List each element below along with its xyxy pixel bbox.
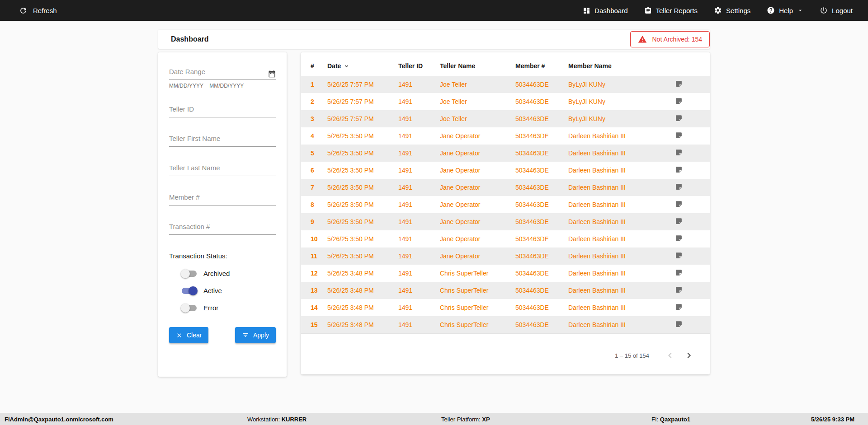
transaction-row[interactable]: 5 5/26/25 3:50 PM 1491 Jane Operator 503… <box>301 145 710 162</box>
nav-settings[interactable]: Settings <box>714 6 750 14</box>
cell-notes <box>673 196 710 213</box>
teller-id-field <box>169 105 276 117</box>
note-icon[interactable] <box>675 114 683 122</box>
cell-member-number: 5034463DE <box>515 179 568 196</box>
cell-member-number: 5034463DE <box>515 230 568 248</box>
cell-date: 5/26/25 3:50 PM <box>327 179 398 196</box>
toggle-active[interactable]: Active <box>182 287 276 294</box>
transaction-row[interactable]: 7 5/26/25 3:50 PM 1491 Jane Operator 503… <box>301 179 710 196</box>
cell-notes <box>673 145 710 162</box>
cell-notes <box>673 162 710 179</box>
sort-descending-icon <box>343 63 350 70</box>
apply-button[interactable]: Apply <box>235 327 276 343</box>
help-icon <box>767 6 775 14</box>
member-number-input[interactable] <box>169 193 276 205</box>
transaction-row[interactable]: 13 5/26/25 3:48 PM 1491 Chris SuperTelle… <box>301 282 710 299</box>
cell-member-number: 5034463DE <box>515 196 568 213</box>
cell-notes <box>673 93 710 110</box>
page-header: Dashboard Not Archived: 154 <box>158 30 710 49</box>
note-icon[interactable] <box>675 183 683 191</box>
date-range-input[interactable] <box>169 68 268 79</box>
teller-id-input[interactable] <box>169 105 276 117</box>
table-body: 1 5/26/25 7:57 PM 1491 Joe Teller 503446… <box>301 76 710 333</box>
previous-page-button[interactable] <box>665 350 675 361</box>
cell-row-number: 6 <box>301 162 327 179</box>
cell-teller-name: Chris SuperTeller <box>440 316 515 333</box>
note-icon[interactable] <box>675 303 683 311</box>
nav-help[interactable]: Help <box>767 6 803 14</box>
cell-date: 5/26/25 3:50 PM <box>327 145 398 162</box>
note-icon[interactable] <box>675 234 683 242</box>
next-page-button[interactable] <box>684 350 694 361</box>
cell-teller-name: Jane Operator <box>440 162 515 179</box>
clipboard-icon <box>644 7 652 14</box>
cell-notes <box>673 213 710 230</box>
note-icon[interactable] <box>675 269 683 276</box>
filter-icon <box>242 332 249 339</box>
cell-member-number: 5034463DE <box>515 299 568 316</box>
toggle-archived[interactable]: Archived <box>182 270 276 277</box>
cell-notes <box>673 179 710 196</box>
toggle-error-thumb <box>181 304 190 313</box>
not-archived-alert[interactable]: Not Archived: 154 <box>630 31 710 47</box>
refresh-button[interactable]: Refresh <box>19 6 57 15</box>
cell-row-number: 4 <box>301 127 327 145</box>
transaction-number-input[interactable] <box>169 223 276 234</box>
transaction-row[interactable]: 14 5/26/25 3:48 PM 1491 Chris SuperTelle… <box>301 299 710 316</box>
cell-notes <box>673 299 710 316</box>
note-icon[interactable] <box>675 80 683 88</box>
nav-dashboard[interactable]: Dashboard <box>583 7 627 14</box>
transaction-row[interactable]: 2 5/26/25 7:57 PM 1491 Joe Teller 503446… <box>301 93 710 110</box>
transaction-row[interactable]: 4 5/26/25 3:50 PM 1491 Jane Operator 503… <box>301 127 710 145</box>
nav-logout[interactable]: Logout <box>820 6 853 14</box>
cell-teller-name: Jane Operator <box>440 213 515 230</box>
transaction-row[interactable]: 10 5/26/25 3:50 PM 1491 Jane Operator 50… <box>301 230 710 248</box>
col-header-date-label: Date <box>327 62 341 70</box>
note-icon[interactable] <box>675 166 683 173</box>
transaction-row[interactable]: 3 5/26/25 7:57 PM 1491 Joe Teller 503446… <box>301 110 710 127</box>
teller-last-name-input[interactable] <box>169 164 276 176</box>
col-header-date[interactable]: Date <box>327 57 398 76</box>
cell-notes <box>673 127 710 145</box>
transaction-row[interactable]: 11 5/26/25 3:50 PM 1491 Jane Operator 50… <box>301 248 710 265</box>
cell-teller-name: Jane Operator <box>440 127 515 145</box>
cell-teller-name: Joe Teller <box>440 76 515 93</box>
transaction-row[interactable]: 12 5/26/25 3:48 PM 1491 Chris SuperTelle… <box>301 265 710 282</box>
note-icon[interactable] <box>675 286 683 294</box>
note-icon[interactable] <box>675 217 683 225</box>
transaction-row[interactable]: 15 5/26/25 3:48 PM 1491 Chris SuperTelle… <box>301 316 710 333</box>
note-icon[interactable] <box>675 149 683 156</box>
clear-button[interactable]: Clear <box>169 327 208 343</box>
teller-first-name-input[interactable] <box>169 135 276 146</box>
cell-member-number: 5034463DE <box>515 93 568 110</box>
cell-notes <box>673 76 710 93</box>
col-header-member-number: Member # <box>515 57 568 76</box>
cell-row-number: 9 <box>301 213 327 230</box>
transactions-table: # Date Teller ID Teller Name Member # <box>301 57 710 334</box>
cell-teller-id: 1491 <box>398 179 440 196</box>
note-icon[interactable] <box>675 97 683 105</box>
toggle-active-track <box>182 288 197 294</box>
filter-panel: MM/DD/YYYY – MM/DD/YYYY Transaction Stat… <box>158 52 287 377</box>
note-icon[interactable] <box>675 252 683 259</box>
toggle-archived-label: Archived <box>203 270 230 277</box>
note-icon[interactable] <box>675 131 683 139</box>
cell-row-number: 2 <box>301 93 327 110</box>
transaction-row[interactable]: 6 5/26/25 3:50 PM 1491 Jane Operator 503… <box>301 162 710 179</box>
close-icon <box>176 332 183 339</box>
note-icon[interactable] <box>675 320 683 328</box>
nav-teller-reports[interactable]: Teller Reports <box>644 7 698 14</box>
transactions-panel: # Date Teller ID Teller Name Member # <box>301 52 710 374</box>
cell-teller-id: 1491 <box>398 162 440 179</box>
pagination: 1 – 15 of 154 <box>301 350 710 374</box>
calendar-icon[interactable] <box>268 70 276 78</box>
toggle-error[interactable]: Error <box>182 304 276 312</box>
transaction-row[interactable]: 1 5/26/25 7:57 PM 1491 Joe Teller 503446… <box>301 76 710 93</box>
table-header-row: # Date Teller ID Teller Name Member # <box>301 57 710 76</box>
transaction-row[interactable]: 9 5/26/25 3:50 PM 1491 Jane Operator 503… <box>301 213 710 230</box>
transaction-row[interactable]: 8 5/26/25 3:50 PM 1491 Jane Operator 503… <box>301 196 710 213</box>
cell-date: 5/26/25 7:57 PM <box>327 93 398 110</box>
cell-member-name: Darleen Bashirian III <box>568 282 673 299</box>
cell-date: 5/26/25 3:50 PM <box>327 127 398 145</box>
note-icon[interactable] <box>675 200 683 208</box>
